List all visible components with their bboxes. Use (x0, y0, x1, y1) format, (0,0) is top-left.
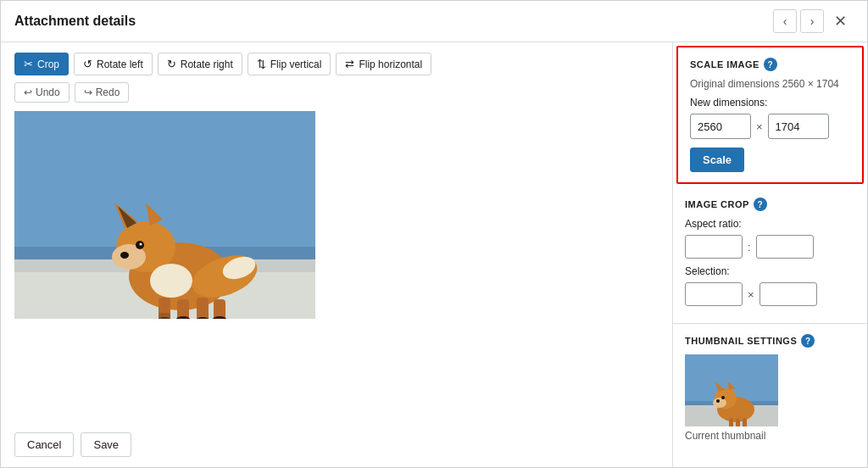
original-dimensions: Original dimensions 2560 × 1704 (690, 78, 850, 90)
nav-next-button[interactable]: › (800, 9, 824, 33)
nav-prev-button[interactable]: ‹ (773, 9, 797, 33)
svg-rect-24 (159, 313, 170, 319)
flip-vertical-icon: ⇅ (257, 58, 266, 70)
modal-nav: ‹ › ✕ (773, 9, 854, 33)
aspect-separator: : (748, 241, 751, 254)
undo-button[interactable]: ↩ Undo (14, 82, 70, 103)
editor-area: ✂ Crop ↺ Rotate left ↻ Rotate right ⇅ Fl… (1, 42, 672, 467)
svg-point-34 (716, 399, 720, 403)
selection-x-input[interactable] (685, 282, 743, 306)
svg-rect-1 (14, 111, 315, 247)
svg-rect-35 (729, 418, 733, 426)
save-button[interactable]: Save (81, 432, 131, 457)
height-input[interactable] (768, 114, 829, 139)
scale-help-icon[interactable]: ? (764, 58, 777, 71)
sidebar-inner: SCALE IMAGE ? Original dimensions 2560 ×… (673, 42, 867, 452)
aspect-ratio-inputs: : (685, 235, 855, 259)
modal-body: ✂ Crop ↺ Rotate left ↻ Rotate right ⇅ Fl… (1, 42, 867, 467)
image-crop-title: IMAGE CROP ? (685, 198, 855, 211)
modal-container: Attachment details ‹ › ✕ ✂ Crop ↺ Rotate… (0, 0, 868, 468)
selection-y-input[interactable] (760, 282, 817, 306)
thumbnail-settings-section: THUMBNAIL SETTINGS ? (673, 324, 867, 452)
svg-rect-16 (197, 298, 209, 319)
modal-header: Attachment details ‹ › ✕ (1, 1, 867, 42)
current-thumbnail-label: Current thumbnail (685, 430, 855, 442)
bottom-actions: Cancel Save (14, 432, 659, 457)
rotate-right-icon: ↻ (167, 58, 176, 70)
scale-image-section: SCALE IMAGE ? Original dimensions 2560 ×… (676, 46, 864, 184)
svg-point-30 (713, 398, 726, 408)
undo-redo-bar: ↩ Undo ↪ Redo (14, 82, 659, 103)
thumbnail-title: THUMBNAIL SETTINGS ? (685, 334, 855, 348)
redo-button[interactable]: ↪ Redo (75, 82, 130, 103)
svg-point-12 (140, 243, 142, 246)
svg-point-7 (150, 264, 192, 298)
svg-rect-36 (736, 419, 740, 426)
svg-point-13 (120, 252, 129, 259)
svg-rect-17 (214, 299, 225, 319)
image-canvas (14, 111, 659, 422)
sidebar: SCALE IMAGE ? Original dimensions 2560 ×… (672, 42, 867, 467)
crop-button[interactable]: ✂ Crop (14, 53, 69, 75)
close-button[interactable]: ✕ (827, 10, 854, 32)
modal-title: Attachment details (14, 14, 136, 29)
toolbar: ✂ Crop ↺ Rotate left ↻ Rotate right ⇅ Fl… (14, 53, 659, 75)
selection-label: Selection: (685, 265, 855, 277)
thumbnail-image (685, 354, 778, 426)
crop-help-icon[interactable]: ? (754, 198, 767, 211)
selection-inputs: × (685, 282, 855, 306)
selection-separator: × (748, 288, 754, 301)
aspect-ratio-label: Aspect ratio: (685, 218, 855, 230)
rotate-right-button[interactable]: ↻ Rotate right (158, 53, 242, 75)
rotate-left-button[interactable]: ↺ Rotate left (74, 53, 153, 75)
scale-button[interactable]: Scale (690, 148, 744, 172)
rotate-left-icon: ↺ (83, 58, 92, 70)
new-dimensions-label: New dimensions: (690, 97, 850, 109)
flip-horizontal-button[interactable]: ⇄ Flip horizontal (336, 53, 431, 75)
thumbnail-help-icon[interactable]: ? (801, 334, 815, 348)
svg-point-33 (721, 396, 725, 399)
svg-rect-15 (177, 299, 189, 319)
dimensions-separator: × (756, 120, 763, 133)
image-crop-section: IMAGE CROP ? Aspect ratio: : Selection: … (673, 187, 867, 324)
svg-rect-37 (743, 418, 747, 426)
scale-image-title: SCALE IMAGE ? (690, 58, 850, 71)
undo-icon: ↩ (24, 86, 32, 98)
dimensions-inputs: × (690, 114, 850, 139)
flip-vertical-button[interactable]: ⇅ Flip vertical (248, 53, 331, 75)
width-input[interactable] (690, 114, 751, 139)
aspect-width-input[interactable] (685, 235, 743, 259)
fox-image (14, 111, 315, 319)
thumbnail-svg (685, 354, 778, 426)
crop-icon: ✂ (24, 58, 33, 70)
flip-horizontal-icon: ⇄ (345, 58, 354, 70)
cancel-button[interactable]: Cancel (14, 432, 74, 457)
fox-svg (14, 111, 315, 319)
redo-icon: ↪ (84, 86, 92, 98)
aspect-height-input[interactable] (756, 235, 814, 259)
